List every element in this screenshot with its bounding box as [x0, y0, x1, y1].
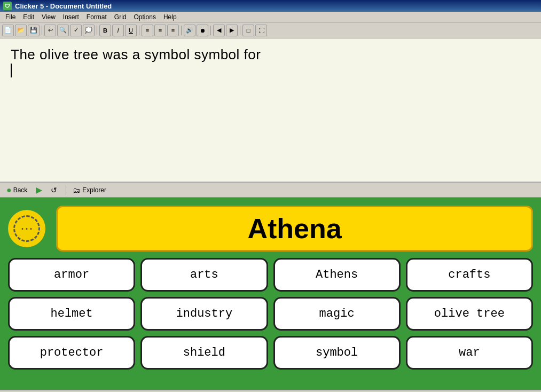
word-protector[interactable]: protector [8, 336, 135, 370]
document-text: The olive tree was a symbol symbol for [11, 46, 530, 63]
word-shield[interactable]: shield [140, 336, 268, 370]
clicker-title: Athena [247, 213, 341, 244]
menu-insert[interactable]: Insert [60, 13, 82, 21]
word-magic[interactable]: magic [273, 297, 401, 331]
align-center-button[interactable]: ≡ [154, 25, 166, 36]
word-war[interactable]: war [406, 336, 533, 370]
menu-bar: File Edit View Insert Format Grid Option… [0, 12, 541, 22]
separator-5 [210, 26, 211, 35]
word-symbol[interactable]: symbol [273, 336, 401, 370]
text-cursor [11, 64, 12, 77]
word-helmet[interactable]: helmet [8, 297, 135, 331]
separator-1 [42, 26, 42, 35]
predict-button[interactable]: 💭 [83, 25, 95, 36]
redo-button[interactable]: 🔍 [57, 25, 69, 36]
spell-button[interactable]: ✓ [70, 25, 82, 36]
clicker-logo: ⋯ [8, 210, 45, 247]
word-grid: armor arts Athens crafts helmet industry… [8, 258, 533, 370]
menu-help[interactable]: Help [160, 13, 180, 21]
explorer-icon: 🗂 [73, 186, 80, 194]
logo-circle: ⋯ [13, 215, 40, 242]
align-right-button[interactable]: ≡ [167, 25, 179, 36]
explorer-label: Explorer [82, 186, 106, 194]
separator-3 [139, 26, 139, 35]
italic-button[interactable]: I [112, 25, 124, 36]
refresh-icon: ↺ [51, 186, 57, 194]
menu-edit[interactable]: Edit [20, 13, 37, 21]
separator-2 [97, 26, 97, 35]
clicker-area: ⋯ Athena armor arts Athens crafts helmet… [0, 198, 541, 390]
refresh-button[interactable]: ↺ [49, 185, 59, 195]
menu-file[interactable]: File [2, 13, 19, 21]
speak-button[interactable]: 🔊 [184, 25, 195, 36]
explorer-button[interactable]: 🗂 Explorer [73, 186, 106, 194]
window-button[interactable]: □ [242, 25, 254, 36]
word-armor[interactable]: armor [8, 258, 135, 292]
word-crafts[interactable]: crafts [406, 258, 533, 292]
nav-separator [66, 185, 66, 195]
undo-button[interactable]: ↩ [44, 25, 56, 36]
separator-6 [240, 26, 240, 35]
save-button[interactable]: 💾 [28, 25, 40, 36]
fullscreen-button[interactable]: ⛶ [255, 25, 267, 36]
bold-button[interactable]: B [99, 25, 111, 36]
menu-options[interactable]: Options [131, 13, 159, 21]
forward-icon: ▶ [36, 185, 42, 195]
word-olive-tree[interactable]: olive tree [406, 297, 533, 331]
separator-4 [181, 26, 182, 35]
prev-button[interactable]: ◀ [213, 25, 225, 36]
app-icon: 🛡 [3, 2, 12, 10]
title-bar: 🛡 Clicker 5 - Document Untitled [0, 0, 541, 12]
app-title: Clicker 5 - Document Untitled [15, 2, 112, 10]
back-icon: ● [6, 185, 12, 195]
word-arts[interactable]: arts [140, 258, 268, 292]
next-button[interactable]: ▶ [226, 25, 238, 36]
status-bar: Run Mode File: Greek Gods Word Bank Done [0, 390, 541, 392]
word-athens[interactable]: Athens [273, 258, 401, 292]
document-area[interactable]: The olive tree was a symbol symbol for [0, 38, 541, 183]
forward-button[interactable]: ▶ [34, 184, 44, 195]
menu-view[interactable]: View [38, 13, 59, 21]
clicker-title-box: Athena [56, 206, 533, 252]
word-industry[interactable]: industry [140, 297, 268, 331]
align-left-button[interactable]: ≡ [142, 25, 153, 36]
toolbar: 📄 📂 💾 ↩ 🔍 ✓ 💭 B I U ≡ ≡ ≡ 🔊 ⏺ ◀ ▶ □ ⛶ [0, 22, 541, 38]
back-button[interactable]: ● Back [4, 185, 29, 195]
underline-button[interactable]: U [125, 25, 137, 36]
menu-grid[interactable]: Grid [111, 13, 130, 21]
new-button[interactable]: 📄 [2, 25, 14, 36]
record-button[interactable]: ⏺ [197, 25, 208, 36]
open-button[interactable]: 📂 [15, 25, 27, 36]
menu-format[interactable]: Format [83, 13, 110, 21]
nav-bar: ● Back ▶ ↺ 🗂 Explorer [0, 183, 541, 198]
back-label: Back [13, 186, 28, 194]
clicker-header: ⋯ Athena [8, 206, 533, 252]
